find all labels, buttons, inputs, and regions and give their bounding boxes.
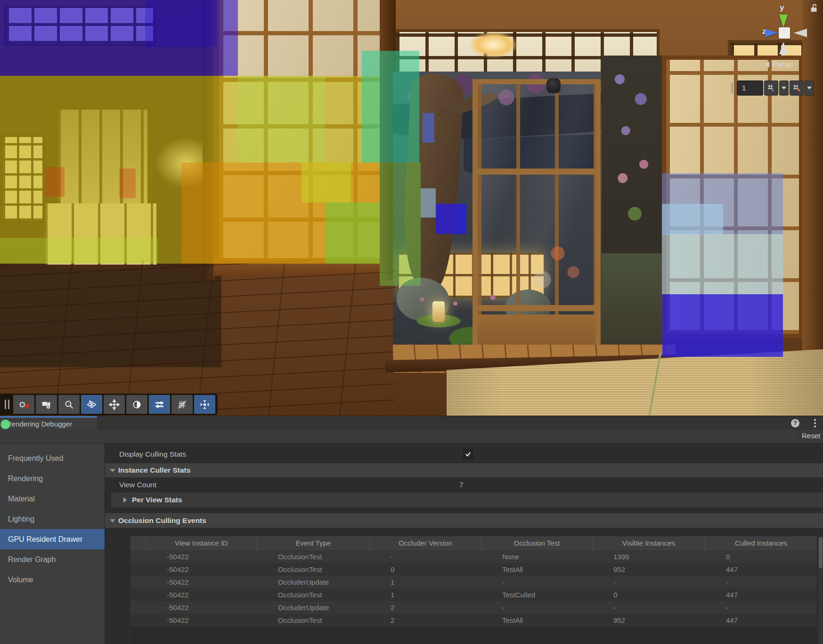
toolbar-handle-icon[interactable] [731, 83, 733, 93]
y-axis-cone[interactable] [779, 15, 788, 28]
grid-axis-dropdown[interactable] [779, 80, 789, 96]
column-header: View Instance ID [146, 536, 257, 550]
column-header-spacer [130, 536, 146, 550]
sidebar-item-frequently-used[interactable]: Frequently Used [0, 448, 105, 468]
column-header: Event Type [257, 536, 369, 550]
table-cell: TestAll [481, 614, 592, 627]
spacer [105, 528, 823, 536]
lock-icon[interactable] [810, 3, 818, 15]
table-row[interactable]: -50422OcclusionTest-None13990 [130, 550, 817, 563]
drag-handle-icon[interactable] [5, 400, 9, 409]
tab-rendering-debugger[interactable]: Rendering Debugger [0, 416, 97, 430]
overlay-yellowgreen-bottom-strip [0, 238, 158, 264]
chevron-down-icon [807, 87, 812, 89]
scene-camera-button[interactable] [36, 395, 57, 414]
sidebar-item-render-graph[interactable]: Render Graph [0, 549, 105, 570]
center-pivot-button[interactable] [194, 395, 215, 414]
table-row[interactable]: -50422OcclusionTest1TestCulled0447 [130, 588, 817, 601]
overlay-lightgreen-upper [238, 76, 325, 162]
overlay-lightblue-small [421, 188, 436, 217]
grid-snap-button[interactable] [790, 80, 804, 96]
table-row[interactable]: -50422OccluderUpdate2--- [130, 601, 817, 614]
lighting-toggle-button[interactable] [126, 395, 147, 414]
occlusion-culling-events-foldout[interactable]: Occlusion Culling Events [105, 513, 823, 528]
sidebar-item-lighting[interactable]: Lighting [0, 509, 105, 529]
grid-size-input[interactable]: 1 [737, 80, 763, 96]
table-row[interactable]: -50422OccluderUpdate1--- [130, 576, 817, 588]
table-cell: -50422 [146, 563, 257, 576]
effects-debug-button[interactable] [13, 395, 34, 414]
culling-overlays [0, 0, 823, 416]
table-scrollbar[interactable] [818, 536, 823, 644]
table-cell: -50422 [146, 614, 257, 627]
table-cell: OcclusionTest [257, 588, 369, 601]
instance-culler-stats-foldout[interactable]: Instance Culler Stats [105, 463, 823, 477]
grid-axis-button[interactable]: Y [764, 80, 778, 96]
sidebar-item-gpu-resident-drawer[interactable]: GPU Resident Drawer [0, 529, 105, 549]
table-cell: -50422 [146, 588, 257, 601]
table-cell: 0 [705, 550, 817, 563]
overlay-yellowgreen-notch [301, 162, 351, 202]
display-culling-stats-checkbox[interactable] [463, 449, 473, 459]
table-cell: - [481, 576, 592, 588]
x-axis-cone[interactable] [794, 29, 807, 37]
table-cell: - [705, 601, 817, 614]
overlay-lightblue-right-lower [662, 234, 783, 294]
gizmo-cube[interactable] [779, 27, 790, 39]
grid-visibility-button[interactable] [171, 395, 193, 414]
table-cell: 1 [369, 588, 481, 601]
grid-snap-toolbar: 1 Y [731, 80, 823, 96]
events-table: View Instance IDEvent TypeOccluder Versi… [130, 536, 817, 644]
table-cell: - [369, 550, 481, 563]
table-cell: -50422 [146, 576, 257, 588]
table-cell: 952 [592, 563, 705, 576]
help-icon[interactable]: ? [791, 419, 799, 427]
move-tool-button[interactable] [104, 395, 125, 414]
overlay-deepblue-small [436, 204, 466, 234]
overlay-red-accent-2 [119, 169, 136, 198]
table-cell: - [592, 576, 705, 588]
column-header: Occlusion Test [481, 536, 592, 550]
sidebar-item-volume[interactable]: Volume [0, 570, 105, 590]
overlay-green-right-strip [380, 162, 421, 286]
table-cell: OcclusionTest [257, 563, 369, 576]
down-axis-cone[interactable] [779, 42, 788, 54]
overlay-teal-column [362, 51, 419, 162]
overlay-red-accent-1 [45, 167, 65, 197]
scene-view[interactable]: y z Persp 1 Y [0, 0, 823, 416]
table-cell: -50422 [146, 550, 257, 563]
grid-snap-dropdown[interactable] [805, 80, 814, 96]
table-cell: - [592, 601, 705, 614]
debugger-tabbar: Rendering Debugger ? [0, 416, 823, 430]
reset-button[interactable]: Reset [802, 432, 820, 440]
table-cell: 1399 [592, 550, 705, 563]
table-row[interactable]: -50422OcclusionTest0TestAll952447 [130, 563, 817, 576]
table-cell: 447 [705, 614, 817, 627]
search-button[interactable] [58, 395, 80, 414]
overlay-green-inset [325, 202, 380, 264]
per-view-stats-foldout[interactable]: Per View Stats [111, 492, 823, 507]
table-cell: -50422 [146, 601, 257, 614]
kebab-menu-icon[interactable] [814, 419, 816, 427]
table-cell: TestCulled [481, 588, 592, 601]
table-cell: - [705, 576, 817, 588]
shaded-wireframe-button[interactable] [81, 395, 102, 414]
overlay-lightblue-right-upper [662, 204, 723, 234]
sidebar-item-rendering[interactable]: Rendering [0, 468, 105, 489]
status-dot-icon [0, 419, 10, 429]
divider [798, 430, 798, 443]
table-cell: 952 [592, 614, 705, 627]
table-row[interactable]: -50422OcclusionTest2TestAll952447 [130, 614, 817, 627]
z-axis-cone[interactable] [765, 29, 778, 37]
events-table-body: -50422OcclusionTest-None13990-50422Occlu… [130, 550, 817, 627]
table-cell: OcclusionTest [257, 614, 369, 627]
table-cell: - [481, 601, 592, 614]
column-header: Visible Instances [592, 536, 705, 550]
overlay-sliders-button[interactable] [149, 395, 170, 414]
view-count-value: 7 [459, 481, 464, 489]
projection-toggle[interactable]: Persp [765, 60, 793, 69]
view-count-label: View Count [119, 481, 156, 489]
scrollbar-thumb[interactable] [819, 537, 823, 568]
sidebar-item-material[interactable]: Material [0, 489, 105, 509]
orientation-gizmo[interactable]: y z Persp [749, 2, 823, 80]
